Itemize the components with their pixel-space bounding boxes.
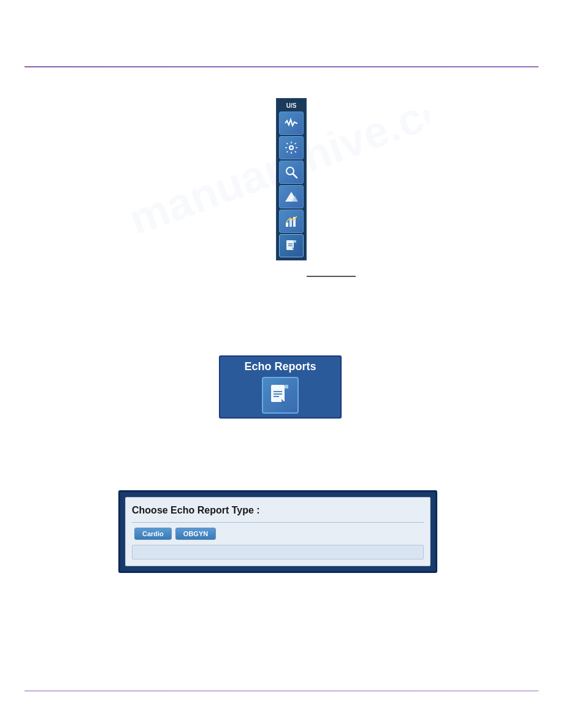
chart-button[interactable] [279,210,304,233]
svg-rect-16 [285,385,288,389]
report-button[interactable] [279,234,304,257]
svg-rect-6 [289,219,292,227]
mountain-button[interactable] [279,185,304,208]
echo-dialog-title: Choose Echo Report Type : [132,505,424,516]
waveform-icon [284,116,299,131]
echo-dialog-inner: Choose Echo Report Type : Cardio OBGYN [125,497,431,566]
settings-button[interactable] [279,136,304,159]
toolbar-panel: U/S [276,98,307,260]
search-icon [284,165,299,180]
search-button[interactable] [279,161,304,184]
echo-dialog-buttons: Cardio OBGYN [132,528,424,540]
waveform-button[interactable] [279,112,304,135]
top-divider [25,66,538,67]
chart-icon [284,214,299,229]
svg-point-0 [289,146,293,150]
echo-report-type-dialog: Choose Echo Report Type : Cardio OBGYN [118,490,437,573]
svg-rect-10 [294,240,296,243]
obgyn-button[interactable]: OBGYN [175,528,216,540]
echo-reports-title: Echo Reports [224,360,337,373]
svg-line-2 [293,174,297,178]
bottom-divider [25,691,538,691]
svg-rect-5 [286,222,288,227]
mountain-icon [284,189,299,204]
cardio-button[interactable]: Cardio [134,528,172,540]
echo-reports-button[interactable] [262,377,299,414]
echo-dialog-divider [132,522,424,523]
echo-reports-panel: Echo Reports [219,355,342,419]
toolbar-label: U/S [278,101,304,110]
settings-icon [284,140,299,155]
report-icon [284,238,299,253]
echo-dialog-bottom-area [132,545,424,559]
connector-line [307,276,356,277]
echo-report-large-icon [268,383,293,408]
